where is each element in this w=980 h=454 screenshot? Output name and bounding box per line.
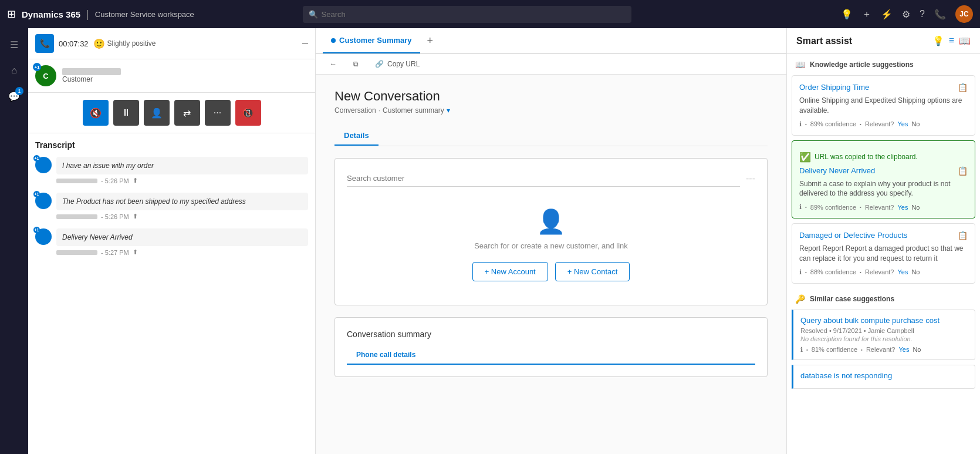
translate-icon[interactable]: ⬆ [133,248,138,256]
center-panel: Customer Summary + ← ⧉ 🔗 Copy URL New Co… [316,28,786,454]
book-icon[interactable]: 📖 [959,35,971,46]
article-header: Delivery Never Arrived 📋 [799,166,968,176]
message-content: Delivery Never Arrived - 5:27 PM ⬆ [56,228,308,256]
customer-search-input[interactable] [347,170,740,187]
agent-button[interactable]: 👤 [144,100,170,126]
relevant-yes-button[interactable]: Yes [898,346,909,353]
similar-section-header: 🔑 Similar case suggestions [787,288,980,310]
sidebar-menu-icon[interactable]: ☰ [2,33,26,56]
plus-badge: +1 [33,63,41,71]
conversation-panel: 📞 00:07:32 🙂 Slightly positive ─ +1 C Cu… [28,28,316,454]
article-title[interactable]: Damaged or Defective Products [799,231,958,240]
conversation-title: New Conversation [334,89,768,104]
list-icon[interactable]: ≡ [949,35,954,46]
more-button[interactable]: ··· [205,100,231,126]
relevant-label: Relevant? [866,346,895,353]
nav-divider: | [86,8,89,21]
waffle-icon[interactable]: ⊞ [7,8,16,21]
call-icon[interactable]: 📞 [35,34,54,53]
main-content: New Conversation Conversation · Customer… [316,75,786,454]
new-account-button[interactable]: + New Account [472,262,548,281]
call-controls: 🔇 ⏸ 👤 ⇄ ··· 📵 [28,93,315,133]
mute-button[interactable]: 🔇 [83,100,109,126]
user-avatar[interactable]: JC [955,5,973,23]
help-icon[interactable]: ? [920,9,925,19]
relevant-no-button[interactable]: No [913,346,921,353]
article-title[interactable]: Order Shipping Time [799,83,958,92]
check-icon: ✅ [799,152,811,163]
back-icon: ← [330,60,337,68]
add-icon[interactable]: ＋ [862,8,871,21]
message-text: The Product has not been shipped to my s… [56,193,308,210]
filter-icon[interactable]: ⚡ [881,9,893,20]
add-tab-button[interactable]: + [423,35,438,47]
customer-section: +1 C Customer [28,59,315,93]
case-title[interactable]: Query about bulk compute purchase cost [800,316,968,325]
article-header: Damaged or Defective Products 📋 [799,231,968,240]
customer-search-box: --- 👤 Search for or create a new custome… [334,158,768,305]
knowledge-section-header: 📖 Knowledge article suggestions [787,54,980,75]
tab-details[interactable]: Details [334,126,379,146]
message-text: Delivery Never Arrived [56,228,308,246]
relevant-label: Relevant? [865,268,894,275]
tab-phone-call-details[interactable]: Phone call details [347,346,425,365]
article-copy-button[interactable]: 📋 [958,83,968,92]
relevant-label: Relevant? [865,120,894,127]
smart-assist-panel: Smart assist 💡 ≡ 📖 📖 Knowledge article s… [786,28,980,454]
article-copy-button[interactable]: 📋 [958,166,968,176]
smart-assist-header: Smart assist 💡 ≡ 📖 [787,28,980,54]
confidence-label: 89% confidence [810,204,856,211]
copy-url-button[interactable]: 🔗 Copy URL [370,58,424,70]
case-meta: Resolved • 9/17/2021 • Jamie Campbell [800,327,968,334]
relevant-no-button[interactable]: No [911,120,920,127]
call-info: 📞 00:07:32 🙂 Slightly positive [35,34,156,53]
breadcrumb-separator: · [379,106,380,115]
end-call-button[interactable]: 📵 [235,100,261,126]
plus-badge: +1 [33,191,40,197]
hold-button[interactable]: ⏸ [113,100,139,126]
tab-customer-summary[interactable]: Customer Summary [323,28,420,53]
list-item: +1 I have an issue with my order - 5:26 … [35,157,308,184]
search-input[interactable] [303,6,631,23]
info-icon: ℹ [799,268,802,276]
search-separator: --- [746,173,755,184]
translate-icon[interactable]: ⬆ [133,213,138,220]
tab-active-dot [331,38,336,43]
home-icon: ⌂ [11,65,17,76]
sidebar-active-icon[interactable]: 💬 1 [2,85,26,108]
settings-icon[interactable]: ⚙ [902,9,910,20]
relevant-yes-button[interactable]: Yes [897,204,908,211]
back-button[interactable]: ← [325,58,342,70]
sidebar-home-icon[interactable]: ⌂ [2,59,26,82]
transcript-title: Transcript [35,140,308,150]
similar-section-label: Similar case suggestions [810,295,894,303]
plus-badge: +1 [33,155,40,162]
collapse-button[interactable]: ─ [302,39,308,48]
sentiment-indicator: 🙂 Slightly positive [93,38,156,49]
brand-name: Dynamics 365 [22,9,80,19]
message-content: I have an issue with my order - 5:26 PM … [56,157,308,184]
article-copy-button[interactable]: 📋 [958,231,968,240]
article-desc: Report Report Report a damaged product s… [799,244,968,264]
relevant-yes-button[interactable]: Yes [897,120,908,127]
relevant-yes-button[interactable]: Yes [897,268,908,275]
new-contact-button[interactable]: + New Contact [555,262,630,281]
article-title[interactable]: Delivery Never Arrived [799,166,958,175]
popout-button[interactable]: ⧉ [349,58,363,70]
customer-avatar: +1 C [35,65,56,86]
case-title[interactable]: database is not responding [800,371,968,380]
time-placeholder [56,179,97,183]
copy-url-label: Copy URL [387,60,420,68]
insights-icon[interactable]: 💡 [841,9,853,20]
phone-icon[interactable]: 📞 [934,9,946,20]
translate-icon[interactable]: ⬆ [133,177,138,184]
transfer-button[interactable]: ⇄ [174,100,200,126]
book-icon: 📖 [795,60,805,69]
relevant-no-button[interactable]: No [911,268,920,275]
lightbulb-icon[interactable]: 💡 [932,35,944,46]
article-desc: Online Shipping and Expedited Shipping o… [799,96,968,116]
top-nav: ⊞ Dynamics 365 | Customer Service worksp… [0,0,980,28]
message-time: - 5:27 PM [101,249,129,256]
smart-assist-title: Smart assist [796,36,852,46]
relevant-no-button[interactable]: No [911,204,920,211]
